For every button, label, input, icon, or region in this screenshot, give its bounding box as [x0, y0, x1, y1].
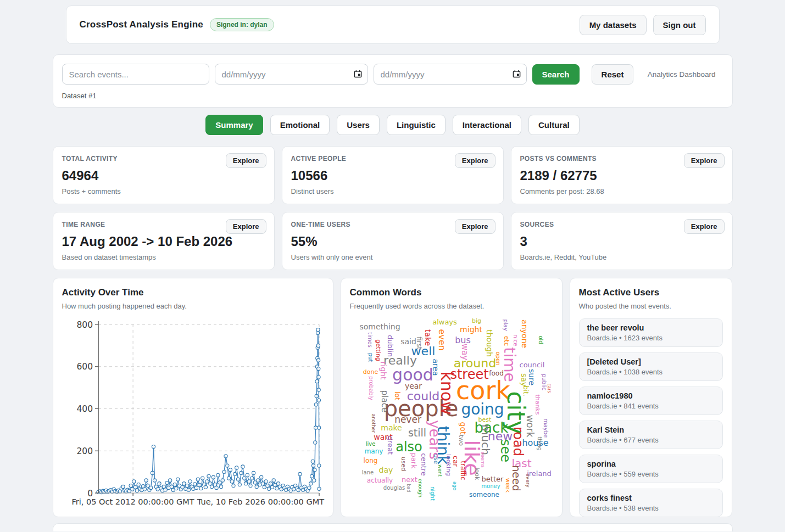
cloud-word: put: [368, 353, 373, 362]
cloud-word: still: [408, 428, 426, 438]
stat-sub: Distinct users: [291, 187, 494, 195]
stat-value: 10566: [291, 168, 494, 183]
cloud-word: getting: [375, 339, 381, 361]
cloud-word: much: [480, 424, 491, 455]
cloud-word: thing: [537, 436, 542, 451]
filter-card: Search Reset Analytics Dashboard Dataset…: [53, 54, 733, 108]
activity-panel-subtitle: How much posting happened each day.: [62, 302, 324, 310]
cloud-word: old: [538, 335, 543, 344]
svg-text:Tue, 10 Feb 2026 00:00:00 GMT: Tue, 10 Feb 2026 00:00:00 GMT: [196, 497, 324, 506]
stat-sub: Based on dataset timestamps: [62, 253, 265, 261]
explore-button[interactable]: Explore: [455, 153, 496, 168]
calendar-icon[interactable]: [354, 70, 362, 78]
cloud-word: thanks: [534, 394, 540, 415]
tab-interactional[interactable]: Interactional: [453, 115, 521, 135]
user-name: the beer revolu: [587, 323, 715, 332]
user-name: Karl Stein: [587, 425, 715, 434]
cloud-word: make: [381, 424, 402, 432]
cloud-word: probably: [368, 376, 374, 400]
cloud-word: cars: [547, 384, 551, 393]
cloud-word: went: [437, 464, 442, 477]
dashboard-context-label: Analytics Dashboard: [648, 70, 716, 79]
cloud-word: way: [460, 344, 468, 360]
date-to-input[interactable]: [374, 64, 527, 85]
user-card: corks finestBoards.ie • 538 events: [579, 489, 723, 517]
tab-emotional[interactable]: Emotional: [270, 115, 330, 135]
stats-grid: TOTAL ACTIVITY64964Posts + commentsExplo…: [53, 146, 733, 270]
cloud-word: every: [525, 473, 530, 487]
stat-sub: Posts + comments: [62, 187, 265, 195]
user-list: the beer revoluBoards.ie • 1623 events[D…: [579, 318, 723, 517]
cloud-word: actually: [367, 477, 393, 484]
search-button[interactable]: Search: [532, 64, 580, 85]
cloud-word: bit.: [522, 385, 529, 396]
cloud-word: right: [380, 362, 387, 380]
reset-button[interactable]: Reset: [592, 64, 634, 85]
cloud-word: day: [379, 466, 393, 474]
cloud-word: done: [363, 369, 378, 375]
stat-card: SOURCES3Boards.ie, Reddit, YouTubeExplor…: [511, 212, 733, 270]
cloud-word: many: [365, 448, 383, 455]
cloud-word: even: [437, 329, 446, 350]
cloud-word: times: [367, 332, 372, 348]
user-meta: Boards.ie • 677 events: [587, 436, 715, 444]
cloud-word: place: [380, 390, 388, 412]
cloud-word: best: [478, 417, 492, 423]
svg-text:800: 800: [76, 320, 93, 330]
explore-button[interactable]: Explore: [684, 153, 725, 168]
sign-out-button[interactable]: Sign out: [653, 15, 706, 35]
page: CrossPost Analysis Engine Signed in: dyl…: [53, 5, 733, 531]
explore-button[interactable]: Explore: [226, 153, 266, 168]
cloud-word: great: [386, 436, 393, 455]
stat-value: 2189 / 62775: [520, 168, 723, 183]
user-name: sporina: [587, 460, 715, 468]
cloud-word: another: [370, 413, 375, 433]
activity-chart: 0200400600800Fri, 05 Oct 2012 00:00:00 G…: [62, 315, 325, 508]
cloud-word: nice: [513, 335, 518, 346]
cloud-word: someone: [469, 491, 499, 498]
cloud-word: night: [430, 486, 435, 501]
cloud-word: though: [486, 329, 493, 357]
tab-users[interactable]: Users: [337, 115, 380, 135]
cloud-word: enough: [417, 479, 422, 497]
users-panel-subtitle: Who posted the most events.: [579, 302, 723, 310]
user-name: namloc1980: [587, 391, 715, 400]
panels-row: Activity Over Time How much posting happ…: [53, 278, 733, 517]
stat-value: 55%: [291, 234, 494, 249]
cloud-word: douglas: [383, 485, 405, 491]
stat-card: TOTAL ACTIVITY64964Posts + commentsExplo…: [53, 146, 275, 204]
user-card: the beer revoluBoards.ie • 1623 events: [579, 318, 723, 347]
my-datasets-button[interactable]: My datasets: [580, 15, 647, 35]
stat-card: TIME RANGE17 Aug 2002 -> 10 Feb 2026Base…: [53, 212, 275, 270]
tab-summary[interactable]: Summary: [205, 115, 263, 135]
cloud-word: got: [459, 422, 467, 435]
user-card: sporinaBoards.ie • 559 events: [579, 455, 723, 483]
calendar-icon[interactable]: [513, 70, 521, 78]
svg-text:200: 200: [76, 446, 93, 456]
cloud-word: next: [402, 476, 417, 483]
explore-button[interactable]: Explore: [684, 219, 725, 234]
explore-button[interactable]: Explore: [455, 219, 496, 234]
cloud-word: maybe: [543, 419, 548, 438]
user-name: corks finest: [587, 494, 715, 502]
user-meta: Boards.ie • 1038 events: [587, 368, 715, 376]
search-input[interactable]: [62, 64, 209, 85]
cloud-word: ireland: [527, 470, 552, 477]
cloud-word: open: [495, 352, 500, 366]
cloud-word: first: [416, 337, 422, 349]
cloud-word: going: [461, 402, 504, 417]
user-name: [Deleted User]: [587, 357, 715, 366]
cloud-word: lane: [362, 470, 374, 475]
svg-text:400: 400: [76, 404, 93, 414]
wordcloud-panel: Common Words Frequently used words acros…: [341, 278, 563, 517]
tab-linguistic[interactable]: Linguistic: [387, 115, 446, 135]
date-from-input[interactable]: [215, 64, 368, 85]
tab-cultural[interactable]: Cultural: [528, 115, 580, 135]
cloud-word: week: [505, 478, 510, 492]
cloud-word: year: [405, 382, 422, 390]
explore-button[interactable]: Explore: [226, 219, 266, 234]
user-meta: Boards.ie • 559 events: [587, 470, 715, 478]
user-card: namloc1980Boards.ie • 841 events: [579, 387, 723, 415]
cloud-word: play: [503, 319, 508, 331]
header-card: CrossPost Analysis Engine Signed in: dyl…: [66, 5, 720, 44]
